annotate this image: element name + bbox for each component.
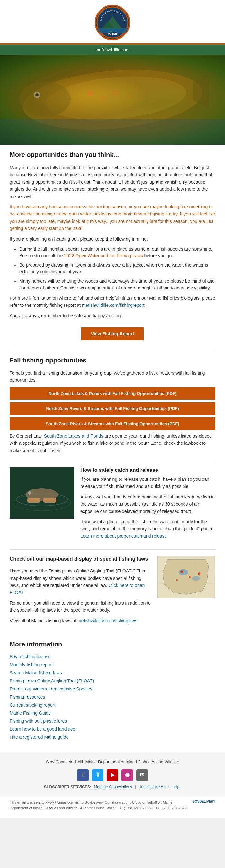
subscriber-section: SUBSCRIBER SERVICES: Manage Subscription…	[10, 785, 215, 789]
footer-disclaimer: This email was sent to xxxxx@gmail.com u…	[10, 800, 187, 811]
map-para1: Have you used the Fishing Laws Online An…	[10, 567, 151, 596]
svg-point-31	[198, 572, 200, 575]
more-info-link[interactable]: Protect our Waters from Invasive Species	[10, 686, 92, 691]
map-image	[158, 556, 215, 598]
list-item: Fishing with soft plastic lures	[10, 718, 215, 724]
social-footer: Stay Connected with Maine Department of …	[0, 752, 225, 796]
fishing-laws-site-link[interactable]: mefishwildlife.com/fishinglaws	[77, 618, 137, 623]
south-rivers-pdf-button[interactable]: South Zone Rivers & Streams with Fall Fi…	[10, 417, 215, 430]
divider-4	[10, 634, 215, 634]
svg-rect-23	[43, 498, 56, 503]
tip-2: Be prepared by dressing in layers and al…	[19, 262, 215, 275]
proper-catch-link[interactable]: Learn more about proper catch and releas…	[81, 533, 167, 539]
general-law-para: By General Law, South Zone Lakes and Pon…	[10, 433, 215, 454]
govdelivery-badge: GOVDELIVERY	[192, 800, 215, 803]
youtube-icon[interactable]: ▶	[107, 769, 118, 781]
list-item: Hire a registered Maine guide	[10, 734, 215, 741]
email-icon[interactable]: ✉	[136, 769, 148, 781]
help-link[interactable]: Help	[171, 785, 179, 789]
list-item: Maine Fishing Guide	[10, 710, 215, 716]
svg-point-28	[180, 570, 183, 573]
svg-text:MAINE: MAINE	[108, 32, 117, 35]
map-para2: Remember, you still need to view the gen…	[10, 599, 151, 614]
catch-image-inner	[10, 467, 74, 519]
map-image-inner	[158, 556, 215, 597]
hero-image	[0, 55, 225, 145]
more-info-link[interactable]: Hire a registered Maine guide	[10, 735, 69, 740]
map-text: Check out our map-based display of speci…	[10, 556, 151, 627]
catch-release-title: How to safely catch and release	[81, 467, 215, 473]
more-info-link[interactable]: Current stocking report	[10, 702, 55, 708]
svg-rect-16	[0, 119, 225, 145]
svg-point-13	[19, 81, 71, 117]
divider-3	[10, 549, 215, 550]
tip-1: During the fall months, special regulati…	[19, 246, 215, 259]
catch-para3: If you want a photo, keep the fish in th…	[81, 518, 215, 540]
intro-para2: If you have already had some success thi…	[10, 203, 215, 232]
list-item: Monthly fishing report	[10, 661, 215, 668]
more-info-link[interactable]: Monthly fishing report	[10, 662, 53, 667]
hero-title: More opportunities than you think...	[10, 151, 215, 160]
logo: MAINE DEPT OF INLAND FISHERIES AND WILDL…	[95, 5, 130, 40]
email-wrapper: MAINE DEPT OF INLAND FISHERIES AND WILDL…	[0, 0, 225, 818]
fish-visual	[0, 55, 225, 145]
facebook-icon[interactable]: f	[77, 769, 89, 781]
svg-marker-25	[163, 560, 208, 594]
south-zone-lakes-link[interactable]: South Zone Lakes and Ponds	[44, 434, 103, 439]
svg-point-8	[88, 91, 93, 96]
map-section: Check out our map-based display of speci…	[10, 556, 215, 627]
list-item: Fishing Laws Online Angling Tool (FLOAT)	[10, 678, 215, 684]
more-info-link[interactable]: Maine Fishing Guide	[10, 710, 51, 716]
list-item: Current stocking report	[10, 702, 215, 709]
list-item: Protect our Waters from Invasive Species	[10, 686, 215, 692]
svg-point-10	[114, 90, 118, 95]
tip-3: Many hunters will be sharing the woods a…	[19, 278, 215, 291]
more-info-link[interactable]: Learn how to be a good land user	[10, 726, 77, 732]
view-fishing-report-button[interactable]: View Fishing Report	[81, 328, 144, 340]
svg-point-29	[189, 576, 191, 578]
twitter-icon[interactable]: 𝕋	[92, 769, 103, 781]
main-content: More opportunities than you think... Man…	[0, 145, 225, 752]
more-info-list: Buy a fishing licenseMonthly fishing rep…	[10, 653, 215, 741]
map-para3: View all of Maine's fishing laws at mefi…	[10, 617, 151, 624]
fall-section-title: Fall fishing opportunities	[10, 356, 215, 366]
intro-para1: Many of us are now fully committed to th…	[10, 164, 215, 200]
intro-para5: And as always, remember to be safe and h…	[10, 312, 215, 319]
intro-para3: If you are planning on heading out, plea…	[10, 236, 215, 243]
social-text: Stay Connected with Maine Department of …	[10, 758, 215, 766]
svg-point-15	[35, 93, 39, 96]
intro-para4: For more information on where to fish an…	[10, 294, 215, 309]
svg-point-11	[127, 95, 130, 98]
list-item: Fishing resources	[10, 694, 215, 701]
list-item: Learn how to be a good land user	[10, 726, 215, 733]
more-info-link[interactable]: Fishing Laws Online Angling Tool (FLOAT)	[10, 678, 94, 683]
more-info-link[interactable]: Fishing resources	[10, 694, 45, 700]
svg-rect-22	[27, 498, 40, 503]
svg-point-9	[101, 96, 105, 100]
list-item: Search Maine fishing laws	[10, 670, 215, 676]
list-item: Buy a fishing license	[10, 653, 215, 660]
email-header: MAINE DEPT OF INLAND FISHERIES AND WILDL…	[0, 0, 225, 45]
map-section-title: Check out our map-based display of speci…	[10, 556, 151, 563]
more-info-title: More information	[10, 641, 215, 650]
manage-subscriptions-link[interactable]: Manage Subscriptions	[94, 785, 132, 789]
catch-para1: If you are planning to release your catc…	[81, 476, 215, 490]
more-info-link[interactable]: Search Maine fishing laws	[10, 670, 62, 675]
catch-release-section: How to safely catch and release If you a…	[10, 467, 215, 543]
tips-list: During the fall months, special regulati…	[19, 246, 215, 291]
fall-intro: To help you find a fishing destination f…	[10, 370, 215, 384]
social-icons: f 𝕋 ▶ ◉ ✉	[10, 769, 215, 781]
fishing-report-link[interactable]: mefishwildlife.com/fishingreport	[82, 303, 144, 308]
website-link[interactable]: mefishwildlife.com	[95, 47, 129, 52]
more-info-link[interactable]: Buy a fishing license	[10, 654, 51, 659]
north-rivers-pdf-button[interactable]: North Zone Rivers & Streams with Fall Fi…	[10, 402, 215, 415]
fishing-laws-link[interactable]: 2022 Open Water and Ice Fishing Laws	[64, 253, 143, 258]
email-footer: This email was sent to xxxxx@gmail.com u…	[0, 796, 225, 818]
north-lakes-pdf-button[interactable]: North Zone Lakes & Ponds with Fall Fishi…	[10, 387, 215, 400]
unsubscribe-link[interactable]: Unsubscribe All	[138, 785, 165, 789]
catch-text: How to safely catch and release If you a…	[81, 467, 215, 543]
catch-para2: Always wet your hands before handling th…	[81, 493, 215, 515]
divider-1	[10, 350, 215, 350]
more-info-link[interactable]: Fishing with soft plastic lures	[10, 718, 67, 723]
instagram-icon[interactable]: ◉	[122, 769, 133, 781]
